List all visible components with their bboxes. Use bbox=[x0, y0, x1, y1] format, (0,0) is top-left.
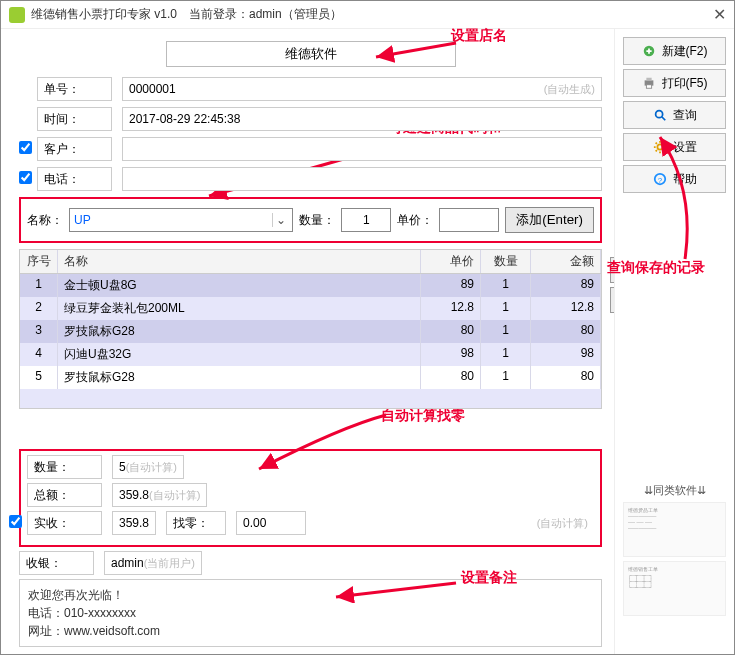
printer-icon bbox=[642, 76, 656, 90]
window-title: 维德销售小票打印专家 v1.0 当前登录：admin（管理员） bbox=[31, 6, 342, 23]
app-icon bbox=[9, 7, 25, 23]
annot-query: 查询保存的记录 bbox=[607, 259, 735, 277]
thumb-2[interactable]: 维德销售工单┌─┬─┬─┐├─┼─┼─┤└─┴─┴─┘ bbox=[623, 561, 726, 616]
annot-sum2: 自动计算找零 bbox=[381, 407, 465, 425]
label-time: 时间： bbox=[37, 107, 112, 131]
svg-point-6 bbox=[655, 111, 662, 118]
gear-icon bbox=[653, 140, 667, 154]
order-no-field[interactable]: 0000001 (自动生成) bbox=[122, 77, 602, 101]
svg-line-7 bbox=[661, 117, 665, 121]
main-panel: 设置店名 可通过商品代码和 名称快速搜索商品 金额和数量自动汇总 自动计算找零 … bbox=[1, 29, 614, 654]
summary-box: 数量： 5(自动计算) 总额： 359.8(自动计算) 实收： 359.8 找零… bbox=[19, 449, 602, 547]
label-order-no: 单号： bbox=[37, 77, 112, 101]
label-price: 单价： bbox=[397, 212, 433, 229]
cashier-field: admin(当前用户) bbox=[104, 551, 202, 575]
col-amt: 金额 bbox=[531, 250, 601, 273]
col-qty: 数量 bbox=[481, 250, 531, 273]
change-field: 0.00 bbox=[236, 511, 306, 535]
total-amt-field: 359.8(自动计算) bbox=[112, 483, 207, 507]
add-button[interactable]: 添加(Enter) bbox=[505, 207, 594, 233]
col-name: 名称 bbox=[58, 250, 421, 273]
qty-input[interactable] bbox=[341, 208, 391, 232]
phone-checkbox[interactable] bbox=[19, 171, 32, 184]
store-name-input[interactable] bbox=[166, 41, 456, 67]
table-row[interactable]: 1金士顿U盘8G89189 bbox=[20, 274, 601, 297]
print-button[interactable]: 打印(F5) bbox=[623, 69, 726, 97]
chevron-down-icon[interactable]: ⌄ bbox=[272, 213, 288, 227]
table-row[interactable]: 4闪迪U盘32G98198 bbox=[20, 343, 601, 366]
label-phone: 电话： bbox=[37, 167, 112, 191]
table-row[interactable]: 2绿豆芽金装礼包200ML12.8112.8 bbox=[20, 297, 601, 320]
svg-rect-4 bbox=[646, 78, 651, 81]
phone-field[interactable] bbox=[122, 167, 602, 191]
label-total-amt: 总额： bbox=[27, 483, 102, 507]
label-change: 找零： bbox=[166, 511, 226, 535]
label-cashier: 收银： bbox=[19, 551, 94, 575]
app-window: 维德销售小票打印专家 v1.0 当前登录：admin（管理员） ✕ 设置店名 可… bbox=[0, 0, 735, 655]
thumb-1[interactable]: 维德货品工单────────── ── ────────── bbox=[623, 502, 726, 557]
items-table: 序号 名称 单价 数量 金额 1金士顿U盘8G891892绿豆芽金装礼包200M… bbox=[19, 249, 602, 409]
svg-point-8 bbox=[657, 144, 662, 149]
settings-button[interactable]: 设置 bbox=[623, 133, 726, 161]
titlebar: 维德销售小票打印专家 v1.0 当前登录：admin（管理员） ✕ bbox=[1, 1, 734, 29]
label-qty: 数量： bbox=[299, 212, 335, 229]
received-checkbox[interactable] bbox=[9, 515, 22, 528]
help-button[interactable]: ? 帮助 bbox=[623, 165, 726, 193]
entry-box: 名称： UP ⌄ 数量： 单价： 添加(Enter) bbox=[19, 197, 602, 243]
side-panel: 新建(F2) 打印(F5) 查询 设置 ? 帮助 查询保存的记录 ⇊同类软件⇊ … bbox=[614, 29, 734, 654]
col-price: 单价 bbox=[421, 250, 481, 273]
received-field[interactable]: 359.8 bbox=[112, 511, 156, 535]
close-icon[interactable]: ✕ bbox=[713, 5, 726, 24]
query-button[interactable]: 查询 bbox=[623, 101, 726, 129]
similar-label: ⇊同类软件⇊ bbox=[623, 483, 726, 498]
table-row[interactable]: 3罗技鼠标G2880180 bbox=[20, 320, 601, 343]
label-total-qty: 数量： bbox=[27, 455, 102, 479]
price-input[interactable] bbox=[439, 208, 499, 232]
name-combo[interactable]: UP ⌄ bbox=[69, 208, 293, 232]
customer-checkbox[interactable] bbox=[19, 141, 32, 154]
new-button[interactable]: 新建(F2) bbox=[623, 37, 726, 65]
label-name: 名称： bbox=[27, 212, 63, 229]
customer-field[interactable] bbox=[122, 137, 602, 161]
total-qty-field: 5(自动计算) bbox=[112, 455, 184, 479]
time-field[interactable]: 2017-08-29 22:45:38 bbox=[122, 107, 602, 131]
col-idx: 序号 bbox=[20, 250, 58, 273]
label-customer: 客户： bbox=[37, 137, 112, 161]
help-icon: ? bbox=[653, 172, 667, 186]
svg-rect-5 bbox=[646, 85, 651, 89]
plus-icon bbox=[642, 44, 656, 58]
search-icon bbox=[653, 108, 667, 122]
table-row[interactable]: 5罗技鼠标G2880180 bbox=[20, 366, 601, 389]
label-received: 实收： bbox=[27, 511, 102, 535]
svg-text:?: ? bbox=[657, 176, 662, 185]
remarks-box[interactable]: 欢迎您再次光临！ 电话：010-xxxxxxxx 网址：www.veidsoft… bbox=[19, 579, 602, 647]
